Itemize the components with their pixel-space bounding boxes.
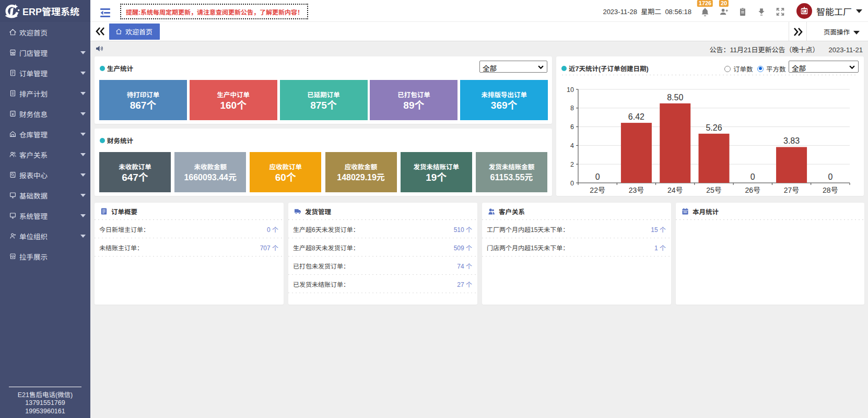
- svg-text:0: 0: [570, 180, 574, 187]
- svg-text:0: 0: [750, 172, 755, 181]
- svg-text:27号: 27号: [784, 186, 800, 194]
- svg-text:28号: 28号: [823, 186, 838, 194]
- svg-text:6.42: 6.42: [628, 112, 644, 121]
- svg-text:23号: 23号: [629, 186, 644, 194]
- svg-text:0: 0: [828, 172, 832, 181]
- svg-text:8.50: 8.50: [667, 93, 683, 102]
- svg-text:4: 4: [570, 142, 574, 149]
- svg-text:22号: 22号: [590, 186, 605, 194]
- svg-text:24号: 24号: [667, 186, 683, 194]
- svg-text:10: 10: [567, 86, 574, 94]
- svg-text:3.83: 3.83: [783, 136, 800, 145]
- svg-text:0: 0: [595, 172, 600, 181]
- svg-text:8: 8: [570, 104, 574, 112]
- svg-text:6: 6: [570, 123, 574, 131]
- svg-text:26号: 26号: [745, 186, 760, 194]
- svg-text:5.26: 5.26: [706, 123, 722, 132]
- svg-text:2: 2: [570, 161, 574, 168]
- svg-text:25号: 25号: [706, 186, 722, 194]
